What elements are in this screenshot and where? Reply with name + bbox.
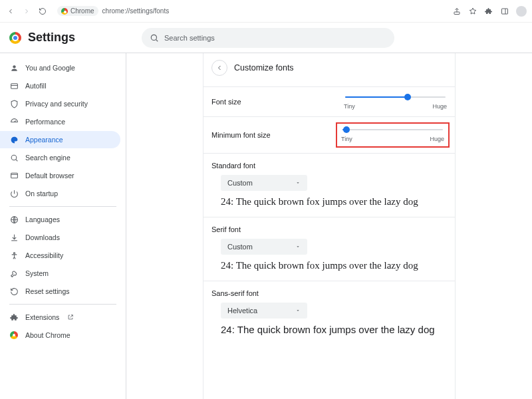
svg-rect-1 (502, 9, 508, 14)
settings-panel: Customize fonts Font size Tiny Huge (203, 53, 456, 399)
url-path: chrome://settings/fonts (102, 7, 170, 15)
accessibility-icon (9, 251, 19, 260)
sidebar-item-languages[interactable]: Languages (0, 211, 120, 228)
extensions-icon[interactable] (484, 7, 493, 16)
svg-point-5 (11, 155, 17, 160)
sidebar-item-default-browser[interactable]: Default browser (0, 167, 120, 184)
standard-font-label: Standard font (211, 162, 447, 170)
omnibox[interactable]: Chrome chrome://settings/fonts (57, 6, 169, 16)
autofill-icon (9, 81, 19, 90)
sidebar-item-privacy[interactable]: Privacy and security (0, 95, 120, 112)
sidebar-item-label: You and Google (25, 64, 75, 72)
arrow-left-icon (215, 64, 223, 72)
back-button[interactable] (211, 60, 227, 76)
select-value: Helvetica (227, 307, 257, 315)
slider-min-label: Tiny (344, 103, 355, 110)
search-icon (150, 33, 159, 43)
puzzle-icon (9, 313, 19, 322)
page-title: Settings (28, 31, 75, 45)
sidebar-item-reset[interactable]: Reset settings (0, 283, 120, 300)
min-font-size-slider[interactable]: Tiny Huge (341, 126, 444, 142)
sidebar-item-label: Search engine (25, 154, 70, 162)
chrome-icon (9, 331, 19, 340)
sidebar-item-label: Autofill (25, 82, 47, 90)
min-font-size-label: Minimum font size (211, 131, 271, 139)
download-icon (9, 233, 19, 242)
sans-font-sample: 24: The quick brown fox jumps over the l… (221, 324, 447, 335)
sidebar-item-extensions[interactable]: Extensions (0, 309, 120, 326)
chrome-logo-icon (9, 32, 21, 44)
svg-rect-6 (11, 173, 17, 178)
divider (9, 206, 116, 207)
external-link-icon (67, 314, 74, 321)
search-placeholder: Search settings (164, 34, 215, 42)
select-value: Custom (227, 243, 253, 251)
palette-icon (9, 135, 19, 144)
wrench-icon (9, 269, 19, 278)
svg-point-3 (13, 65, 15, 68)
sidebar: You and Google Autofill Privacy and secu… (0, 53, 126, 399)
browser-icon (9, 171, 19, 180)
sidebar-item-label: Default browser (25, 172, 74, 180)
star-icon[interactable] (468, 7, 477, 16)
sidebar-item-label: Reset settings (25, 287, 70, 295)
svg-rect-4 (11, 83, 17, 88)
forward-nav-icon[interactable] (21, 6, 32, 17)
sidebar-item-on-startup[interactable]: On startup (0, 185, 120, 202)
sidebar-item-label: Extensions (25, 313, 59, 321)
sidebar-item-appearance[interactable]: Appearance (0, 131, 120, 148)
serif-font-select[interactable]: Custom (221, 239, 307, 255)
url-host: Chrome (70, 7, 94, 15)
svg-rect-0 (454, 12, 460, 15)
panel-title: Customize fonts (234, 63, 294, 72)
reset-icon (9, 287, 19, 296)
shield-icon (9, 99, 19, 108)
sidebar-item-label: Privacy and security (25, 100, 88, 108)
chevron-down-icon (295, 244, 301, 249)
toolbar-right-icons (452, 6, 527, 17)
sidebar-item-accessibility[interactable]: Accessibility (0, 247, 120, 264)
svg-point-2 (151, 35, 156, 40)
sidebar-item-performance[interactable]: Performance (0, 113, 120, 130)
chevron-down-icon (295, 308, 301, 313)
serif-font-sample: 24: The quick brown fox jumps over the l… (221, 260, 447, 271)
chevron-down-icon (295, 180, 301, 186)
search-icon (9, 153, 19, 162)
sidebar-item-you-and-google[interactable]: You and Google (0, 59, 120, 76)
sidebar-item-system[interactable]: System (0, 265, 120, 282)
sidebar-item-label: Appearance (25, 136, 63, 144)
divider (9, 304, 116, 305)
font-size-label: Font size (211, 98, 241, 106)
slider-min-label: Tiny (341, 136, 352, 142)
panel-icon[interactable] (500, 7, 509, 16)
person-icon (9, 63, 19, 72)
sidebar-item-label: On startup (25, 190, 58, 198)
sidebar-item-about[interactable]: About Chrome (0, 327, 120, 344)
speedometer-icon (9, 117, 19, 126)
sidebar-item-label: Accessibility (25, 251, 63, 259)
share-icon[interactable] (452, 7, 462, 16)
sans-font-label: Sans-serif font (211, 289, 447, 297)
sidebar-item-downloads[interactable]: Downloads (0, 229, 120, 246)
sidebar-item-label: Performance (25, 118, 65, 126)
reload-icon[interactable] (37, 6, 48, 17)
globe-icon (9, 215, 19, 224)
sidebar-item-search-engine[interactable]: Search engine (0, 149, 120, 166)
slider-max-label: Huge (430, 136, 444, 142)
sidebar-item-label: Downloads (25, 233, 60, 241)
back-nav-icon[interactable] (5, 6, 16, 17)
svg-point-8 (13, 252, 15, 253)
serif-font-label: Serif font (211, 225, 447, 233)
font-size-slider[interactable]: Tiny Huge (344, 94, 447, 110)
sans-font-select[interactable]: Helvetica (221, 303, 307, 319)
page-header: Settings Search settings (0, 23, 532, 53)
sidebar-item-label: About Chrome (25, 331, 70, 339)
sidebar-item-autofill[interactable]: Autofill (0, 77, 120, 94)
search-input[interactable]: Search settings (142, 28, 394, 48)
slider-max-label: Huge (432, 103, 447, 110)
browser-toolbar: Chrome chrome://settings/fonts (0, 0, 532, 23)
standard-font-select[interactable]: Custom (221, 175, 307, 191)
select-value: Custom (227, 179, 253, 187)
profile-avatar[interactable] (516, 6, 527, 17)
power-icon (9, 189, 19, 198)
